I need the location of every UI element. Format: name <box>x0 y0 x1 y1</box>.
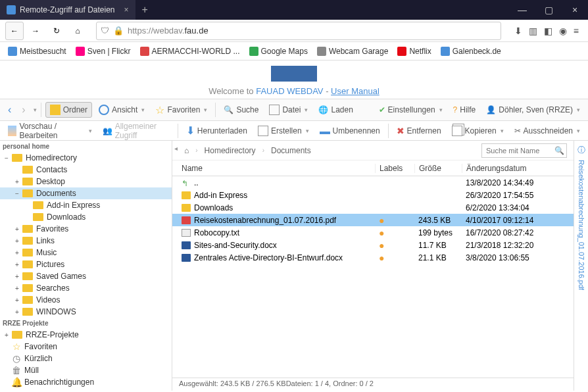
bookmark-item[interactable]: Webcam Garage <box>313 45 393 57</box>
tree-downloads[interactable]: Downloads <box>0 211 172 223</box>
tree-desktop[interactable]: +Desktop <box>0 176 172 187</box>
file-label: ● <box>375 253 414 263</box>
file-row[interactable]: Robocopy.txt●199 bytes16/7/2020 08:27:42 <box>172 226 574 239</box>
bookmark-item[interactable]: Sven | Flickr <box>72 45 135 57</box>
tree-favoriten[interactable]: ☆Favoriten <box>0 341 172 353</box>
account-icon[interactable]: ◉ <box>559 26 567 36</box>
bookmark-item[interactable]: Meistbesucht <box>4 45 70 57</box>
col-name[interactable]: Name <box>179 164 375 173</box>
shield-icon: 🛡 <box>101 26 109 36</box>
tree-savedgames[interactable]: +Saved Games <box>0 270 172 282</box>
tree-searches[interactable]: +Searches <box>0 282 172 294</box>
bookmark-item[interactable]: Google Maps <box>245 45 312 57</box>
tab-close-icon[interactable]: × <box>124 5 129 14</box>
welcome-bold: FAUAD WEBDAV <box>256 86 323 96</box>
bookmark-icon <box>317 47 326 56</box>
ansicht-button[interactable]: Ansicht▾ <box>95 103 149 117</box>
erstellen-button[interactable]: Erstellen▾ <box>254 124 313 138</box>
search-icon[interactable]: 🔍 <box>554 146 564 155</box>
url-text: https://webdav.fau.de <box>128 26 208 36</box>
pocket-icon[interactable]: ⬇ <box>514 26 522 36</box>
search-box[interactable]: 🔍 <box>481 143 567 158</box>
search-input[interactable] <box>486 147 552 155</box>
tree-documents[interactable]: −Documents <box>0 187 172 199</box>
maximize-button[interactable]: ▢ <box>535 0 562 20</box>
tree-videos[interactable]: +Videos <box>0 294 172 306</box>
tree-music[interactable]: +Music <box>0 247 172 258</box>
forward-button[interactable]: → <box>26 22 45 40</box>
tree-kuerzlich[interactable]: ◷Kürzlich <box>0 353 172 364</box>
file-row[interactable]: Sites-and-Security.docx●11.7 KB21/3/2018… <box>172 239 574 251</box>
tree-addin[interactable]: Add-in Express <box>0 199 172 211</box>
bookmark-label: Meistbesucht <box>20 47 66 56</box>
tree-contacts[interactable]: Contacts <box>0 164 172 176</box>
minimize-button[interactable]: — <box>509 0 535 20</box>
suche-button[interactable]: 🔍Suche <box>220 103 262 116</box>
user-manual-link[interactable]: User Manual <box>331 86 380 96</box>
url-bar[interactable]: 🛡 🔒 https://webdav.fau.de <box>96 22 501 40</box>
laden-button[interactable]: 🌐Laden <box>314 103 356 116</box>
tree-homedirectory[interactable]: −Homedirectory <box>0 152 172 164</box>
bookmark-item[interactable]: AERMACCHI-WORLD ... <box>136 45 244 57</box>
file-row[interactable]: ↰..13/8/2020 14:34:49 <box>172 176 574 189</box>
tree-windows[interactable]: +WINDOWS <box>0 306 172 318</box>
col-labels[interactable]: Labels <box>375 164 414 173</box>
close-button[interactable]: × <box>562 0 588 20</box>
favoriten-button[interactable]: ☆Favoriten▾ <box>151 102 211 118</box>
file-size: 199 bytes <box>414 228 462 237</box>
ausschneiden-button[interactable]: ✂Ausschneiden▾ <box>510 124 584 137</box>
tree-pictures[interactable]: +Pictures <box>0 258 172 270</box>
browser-navbar: ← → ↻ ⌂ 🛡 🔒 https://webdav.fau.de ⬇ ▥ ◧ … <box>0 20 588 42</box>
tree-benachrichtigungen[interactable]: 🔔Benachrichtigungen <box>0 376 172 388</box>
home-button[interactable]: ⌂ <box>68 22 87 40</box>
menu-icon[interactable]: ≡ <box>574 26 579 36</box>
bookmark-label: Webcam Garage <box>329 47 389 56</box>
file-row[interactable]: Zentrales Active-Directory-BI-Entwurf.do… <box>172 251 574 264</box>
nav-forward[interactable]: › <box>18 102 29 118</box>
back-button[interactable]: ← <box>5 22 24 40</box>
doc-icon <box>182 254 191 262</box>
herunterladen-button[interactable]: ⬇Herunterladen <box>182 122 251 139</box>
library-icon[interactable]: ▥ <box>529 26 537 36</box>
bookmark-icon <box>441 47 450 56</box>
file-label: ● <box>375 240 414 251</box>
breadcrumb-home[interactable]: Homedirectory <box>205 146 256 155</box>
tree-section-personal: personal home <box>0 141 172 152</box>
file-list-header: Name Labels Größe Änderungsdatum <box>172 160 574 176</box>
einstellungen-button[interactable]: ✔Einstellungen▾ <box>375 103 447 116</box>
file-date: 6/2/2020 13:34:04 <box>462 203 574 212</box>
entfernen-button[interactable]: ✖Entfernen <box>393 124 445 138</box>
col-date[interactable]: Änderungsdatum <box>462 164 574 173</box>
zugriff-button[interactable]: 👥Allgemeiner Zugriff <box>99 120 174 142</box>
tab-favicon <box>7 5 16 14</box>
user-menu[interactable]: 👤Döhler, Sven (RRZE)▾ <box>482 103 584 116</box>
bookmark-item[interactable]: Galenbeck.de <box>437 45 505 57</box>
col-size[interactable]: Größe <box>414 164 462 173</box>
reload-button[interactable]: ↻ <box>47 22 66 40</box>
window-controls: — ▢ × <box>509 0 588 20</box>
sidebar-icon[interactable]: ◧ <box>544 26 552 36</box>
new-tab-button[interactable]: + <box>135 4 155 16</box>
file-label: ● <box>375 215 414 226</box>
tree-rrze-projekte[interactable]: +RRZE-Projekte <box>0 329 172 341</box>
file-row[interactable]: Downloads6/2/2020 13:34:04 <box>172 201 574 214</box>
bookmark-item[interactable]: Netflix <box>393 45 435 57</box>
panel-handle[interactable]: ◂ <box>172 141 179 391</box>
preview-panel-collapsed[interactable]: ⓘ Reisekostenabrechnung_01.07.2016.pdf <box>574 141 588 391</box>
tree-favorites[interactable]: +Favorites <box>0 223 172 235</box>
browser-tab[interactable]: Remote-Zugriff auf Dateien × <box>0 0 135 20</box>
datei-button[interactable]: Datei▾ <box>265 103 312 117</box>
vorschau-button[interactable]: Vorschau / Bearbeiten▾ <box>4 120 96 142</box>
umbenennen-button[interactable]: Umbenennen <box>316 124 384 137</box>
preview-filename: Reisekostenabrechnung_01.07.2016.pdf <box>577 160 585 290</box>
breadcrumb-documents[interactable]: Documents <box>271 146 311 155</box>
file-row[interactable]: Add-in Express26/3/2020 17:54:55 <box>172 189 574 201</box>
nav-back[interactable]: ‹ <box>4 102 15 118</box>
kopieren-button[interactable]: Kopieren▾ <box>448 124 508 138</box>
file-row[interactable]: Reisekostenabrechnung_01.07.2016.pdf●243… <box>172 214 574 226</box>
tree-links[interactable]: +Links <box>0 235 172 247</box>
tree-muell[interactable]: 🗑Müll <box>0 364 172 376</box>
hilfe-button[interactable]: ?Hilfe <box>449 103 480 116</box>
breadcrumb-home-icon[interactable]: ⌂ <box>184 146 189 155</box>
ordner-button[interactable]: Ordner <box>45 102 92 118</box>
